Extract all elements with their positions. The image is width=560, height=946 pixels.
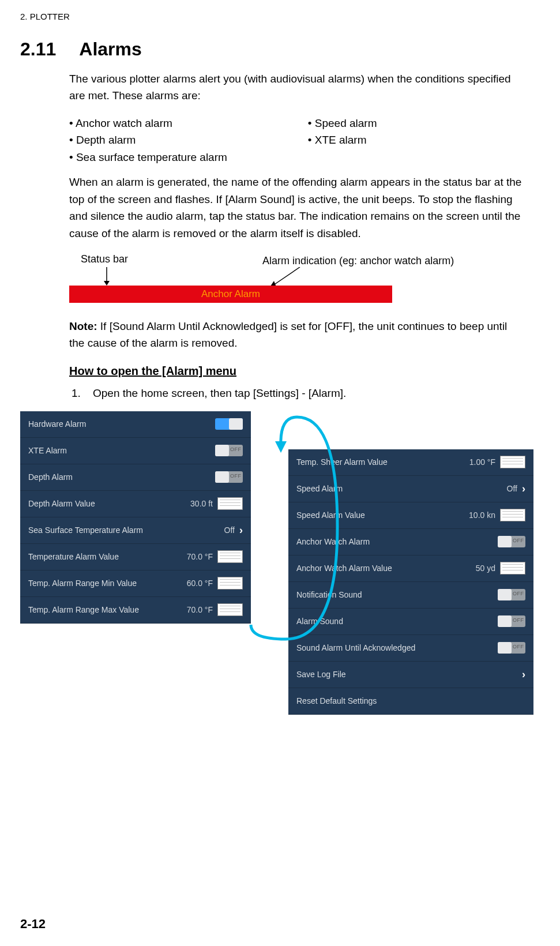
bullet-item: Anchor watch alarm (69, 115, 227, 132)
svg-line-2 (273, 267, 300, 286)
toggle-switch[interactable]: OFF (498, 536, 525, 547)
menu-row-label: XTE Alarm (28, 446, 215, 455)
anchor-alarm-text: Anchor Alarm (201, 288, 260, 300)
section-number: 2.11 (20, 39, 56, 60)
toggle-switch[interactable]: OFF (498, 615, 525, 627)
chevron-right-icon: › (522, 669, 525, 681)
menu-row[interactable]: Depth AlarmOFF (20, 464, 251, 491)
subheading: How to open the [Alarm] menu (69, 365, 525, 378)
note-paragraph: Note: If [Sound Alarm Until Acknowledged… (69, 318, 525, 352)
menu-row-label: Reset Default Settings (296, 696, 525, 705)
menu-row[interactable]: Temperature Alarm Value70.0 °F (20, 544, 251, 570)
chapter-header: 2. PLOTTER (20, 12, 525, 21)
menu-row[interactable]: Reset Default Settings (288, 688, 533, 715)
arrow-down-icon (101, 267, 112, 287)
menu-row-label: Depth Alarm Value (28, 499, 190, 508)
menu-row-label: Temperature Alarm Value (28, 552, 187, 561)
menu-row-label: Hardware Alarm (28, 419, 215, 429)
section-title: Alarms (79, 39, 142, 60)
step-1: 1. Open the home screen, then tap [Setti… (72, 387, 525, 400)
menu-row-value: Off (507, 484, 517, 493)
toggle-switch[interactable]: OFF (498, 589, 525, 600)
step-number: 1. (72, 387, 81, 399)
menu-row-label: Depth Alarm (28, 472, 215, 482)
svg-marker-4 (275, 441, 287, 453)
alarm-bullet-columns: Anchor watch alarmDepth alarmSea surface… (69, 115, 525, 166)
menu-row-value: 70.0 °F (187, 552, 213, 561)
bullet-item: Speed alarm (308, 115, 377, 132)
continuation-arrow-icon (228, 411, 343, 642)
bullet-item: Sea surface temperature alarm (69, 149, 227, 166)
menu-row-value: 60.0 °F (187, 579, 213, 588)
bullet-item: Depth alarm (69, 132, 227, 148)
menu-row-value: 70.0 °F (187, 605, 213, 614)
status-bar-label: Status bar (81, 253, 128, 265)
menu-row-value: 10.0 kn (469, 510, 495, 520)
menu-row[interactable]: Temp. Alarm Range Min Value60.0 °F (20, 570, 251, 597)
bullet-item: XTE alarm (308, 132, 377, 148)
alarm-indication-label: Alarm indication (eg: anchor watch alarm… (262, 255, 454, 267)
step-text: Open the home screen, then tap [Settings… (93, 387, 346, 399)
svg-marker-1 (104, 281, 110, 286)
menu-row[interactable]: Temp. Alarm Range Max Value70.0 °F (20, 597, 251, 624)
note-label: Note: (69, 320, 97, 332)
note-text: If [Sound Alarm Until Acknowledged] is s… (69, 320, 507, 349)
toggle-switch[interactable]: OFF (498, 642, 525, 654)
keypad-icon[interactable] (500, 562, 525, 575)
menu-row[interactable]: Hardware AlarmON (20, 411, 251, 438)
status-bar-example[interactable]: Anchor Alarm (69, 286, 392, 303)
menu-row-value: 1.00 °F (469, 457, 495, 467)
menu-row-label: Save Log File (296, 670, 522, 679)
status-bar-diagram: Status bar Alarm indication (eg: anchor … (69, 253, 525, 305)
keypad-icon[interactable] (500, 509, 525, 521)
menu-row-label: Temp. Alarm Range Min Value (28, 579, 187, 588)
keypad-icon[interactable] (500, 456, 525, 468)
description-paragraph: When an alarm is generated, the name of … (69, 174, 525, 242)
intro-paragraph: The various plotter alarms alert you (wi… (69, 70, 525, 104)
menu-row[interactable]: Sea Surface Temperature AlarmOff› (20, 517, 251, 544)
alarm-menu-panel-1: Hardware AlarmONXTE AlarmOFFDepth AlarmO… (20, 411, 251, 624)
menu-row-value: 50 yd (476, 564, 495, 573)
menu-row[interactable]: XTE AlarmOFF (20, 438, 251, 464)
menu-row-value: 30.0 ft (190, 499, 213, 508)
menu-row-label: Sound Alarm Until Acknowledged (296, 643, 498, 652)
page-number: 2-12 (20, 917, 46, 932)
menu-row-label: Temp. Alarm Range Max Value (28, 605, 187, 614)
menu-row[interactable]: Depth Alarm Value30.0 ft (20, 491, 251, 517)
menu-row-label: Sea Surface Temperature Alarm (28, 525, 224, 535)
chevron-right-icon: › (522, 483, 525, 495)
menu-row[interactable]: Save Log File› (288, 662, 533, 688)
